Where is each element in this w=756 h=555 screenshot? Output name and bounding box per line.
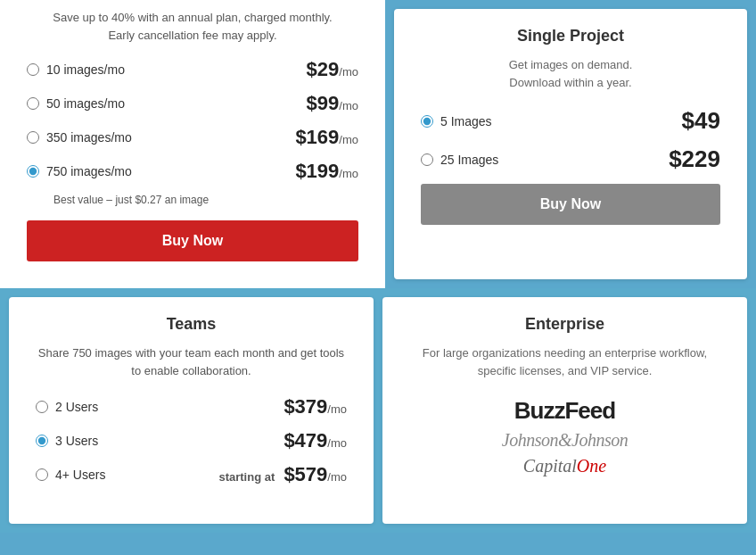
subscription-panel: Save up to 40% with an annual plan, char… <box>0 0 385 288</box>
plan-row-50img: 50 images/mo $99/mo <box>27 92 358 115</box>
teams-radio-3users[interactable] <box>36 435 48 447</box>
teams-plan-row-4plus: 4+ Users starting at $579/mo <box>36 463 347 486</box>
radio-350img[interactable] <box>27 131 39 144</box>
sp-radio-5img[interactable] <box>421 115 433 128</box>
note-line2: Early cancellation fee may apply. <box>108 29 276 42</box>
plan-row-750img: 750 images/mo $199/mo <box>27 160 358 183</box>
plan-name-50img: 50 images/mo <box>46 96 125 111</box>
teams-plan-price-3users: $479/mo <box>284 429 347 452</box>
teams-starting-at: starting at <box>218 470 275 484</box>
bottom-section: Teams Share 750 images with your team ea… <box>0 288 756 533</box>
single-project-panel: Single Project Get images on demand. Dow… <box>394 9 747 279</box>
teams-plan-price-2users: $379/mo <box>284 395 347 418</box>
plan-name-350img: 350 images/mo <box>46 130 132 145</box>
sp-plan-row-5img: 5 Images $49 <box>421 107 720 135</box>
radio-10img[interactable] <box>27 63 39 76</box>
plan-name-10img: 10 images/mo <box>46 62 125 77</box>
plan-name-750img: 750 images/mo <box>46 164 132 178</box>
sp-plan-name-25img: 25 Images <box>440 153 498 167</box>
plan-price-50img: $99/mo <box>307 92 358 115</box>
teams-plan-name-4plus: 4+ Users <box>55 468 105 482</box>
single-project-title: Single Project <box>421 27 720 46</box>
buzzfeed-logo: BuzzFeed <box>514 397 615 425</box>
plan-price-350img: $169/mo <box>295 126 358 149</box>
enterprise-panel: Enterprise For large organizations needi… <box>382 297 747 524</box>
sp-plan-price-5img: $49 <box>682 107 720 135</box>
teams-radio-4plus[interactable] <box>36 468 48 481</box>
teams-panel: Teams Share 750 images with your team ea… <box>9 297 374 524</box>
subscription-buy-button[interactable]: Buy Now <box>27 220 358 261</box>
sp-plan-row-25img: 25 Images $229 <box>421 145 720 173</box>
teams-plan-label-4plus[interactable]: 4+ Users <box>36 468 218 482</box>
teams-title: Teams <box>36 315 347 334</box>
single-project-buy-button[interactable]: Buy Now <box>421 184 720 225</box>
note-line1: Save up to 40% with an annual plan, char… <box>53 11 332 24</box>
sp-desc-line1: Get images on demand. <box>509 58 633 71</box>
plan-price-10img: $29/mo <box>307 58 358 81</box>
best-value-note: Best value – just $0.27 an image <box>53 194 358 206</box>
single-project-desc: Get images on demand. Download within a … <box>421 56 720 91</box>
teams-plan-label-3users[interactable]: 3 Users <box>36 434 284 448</box>
plan-label-50img[interactable]: 50 images/mo <box>27 96 307 111</box>
plan-price-750img: $199/mo <box>295 160 358 183</box>
sp-desc-line2: Download within a year. <box>509 76 631 89</box>
radio-750img[interactable] <box>27 165 39 178</box>
teams-radio-2users[interactable] <box>36 401 48 413</box>
teams-plan-name-2users: 2 Users <box>55 400 98 414</box>
sp-plan-label-25img[interactable]: 25 Images <box>421 153 669 167</box>
plan-label-350img[interactable]: 350 images/mo <box>27 130 295 145</box>
teams-plan-row-3users: 3 Users $479/mo <box>36 429 347 452</box>
jnj-logo: Johnson&Johnson <box>502 430 628 451</box>
teams-plan-price-4plus: starting at $579/mo <box>218 463 347 486</box>
capone-logo: CapitalOne <box>523 456 606 476</box>
sp-plan-name-5img: 5 Images <box>440 114 492 128</box>
enterprise-desc: For large organizations needing an enter… <box>409 344 720 379</box>
teams-desc: Share 750 images with your team each mon… <box>36 344 347 379</box>
teams-plan-row-2users: 2 Users $379/mo <box>36 395 347 418</box>
teams-plan-label-2users[interactable]: 2 Users <box>36 400 284 414</box>
brand-logos: BuzzFeed Johnson&Johnson CapitalOne <box>409 397 720 476</box>
sp-plan-label-5img[interactable]: 5 Images <box>421 114 682 128</box>
top-section: Save up to 40% with an annual plan, char… <box>0 0 756 288</box>
enterprise-title: Enterprise <box>409 315 720 334</box>
plan-label-10img[interactable]: 10 images/mo <box>27 62 307 77</box>
plan-row-10img: 10 images/mo $29/mo <box>27 58 358 81</box>
top-note: Save up to 40% with an annual plan, char… <box>27 9 358 44</box>
plan-row-350img: 350 images/mo $169/mo <box>27 126 358 149</box>
plan-label-750img[interactable]: 750 images/mo <box>27 164 295 178</box>
teams-plan-name-3users: 3 Users <box>55 434 98 448</box>
radio-50img[interactable] <box>27 97 39 110</box>
sp-radio-25img[interactable] <box>421 153 433 166</box>
sp-plan-price-25img: $229 <box>669 145 720 173</box>
